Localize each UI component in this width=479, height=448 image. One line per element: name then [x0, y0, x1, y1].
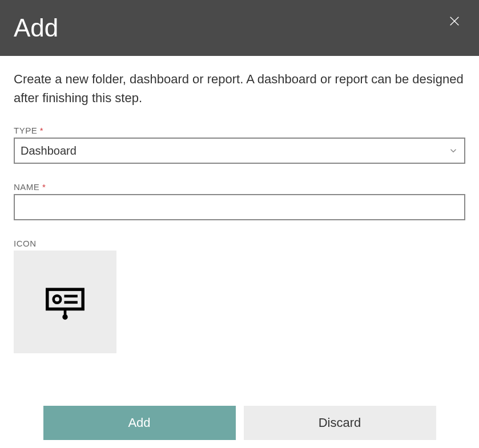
- type-required-indicator: *: [40, 126, 43, 135]
- svg-point-7: [62, 314, 67, 320]
- presentation-icon: [43, 280, 87, 324]
- chevron-down-icon: [448, 146, 458, 156]
- description-text: Create a new folder, dashboard or report…: [14, 70, 465, 107]
- add-button[interactable]: Add: [43, 406, 236, 440]
- name-required-indicator: *: [42, 182, 46, 192]
- discard-button[interactable]: Discard: [244, 406, 436, 440]
- name-label-text: NAME: [14, 182, 39, 192]
- name-label: NAME *: [14, 182, 465, 192]
- dialog-header: Add: [0, 0, 479, 56]
- icon-field-group: ICON: [14, 239, 465, 353]
- svg-point-3: [54, 296, 61, 302]
- dialog-title: Add: [14, 14, 58, 42]
- name-input[interactable]: [14, 194, 465, 220]
- svg-rect-4: [64, 295, 77, 298]
- type-label: TYPE *: [14, 126, 465, 135]
- type-label-text: TYPE: [14, 126, 37, 135]
- type-select-value: Dashboard: [21, 144, 448, 158]
- type-select[interactable]: Dashboard: [14, 138, 465, 164]
- icon-picker[interactable]: [14, 251, 116, 353]
- name-field-group: NAME *: [14, 182, 465, 220]
- dialog-content: Create a new folder, dashboard or report…: [0, 56, 479, 385]
- close-icon: [448, 15, 461, 27]
- button-row: Add Discard: [0, 406, 479, 440]
- svg-rect-5: [64, 301, 77, 304]
- type-field-group: TYPE * Dashboard: [14, 126, 465, 164]
- close-button[interactable]: [444, 10, 465, 34]
- svg-rect-6: [64, 309, 67, 315]
- icon-label: ICON: [14, 239, 465, 248]
